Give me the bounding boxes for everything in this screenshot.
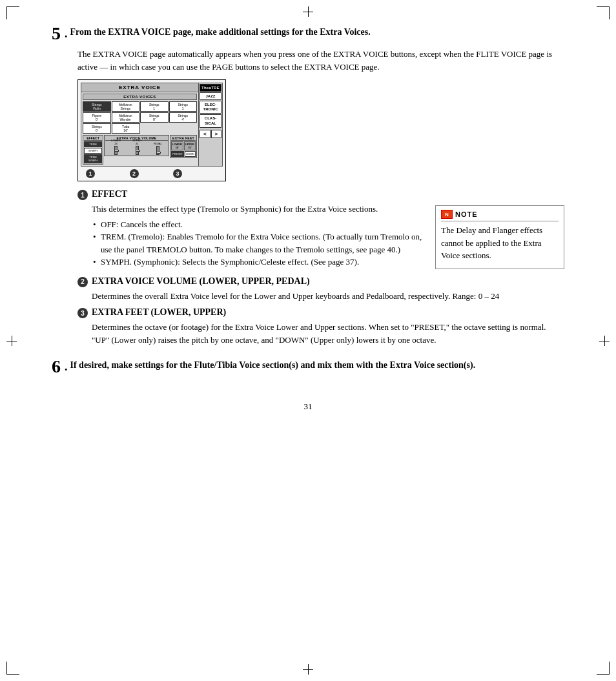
crosshair-top bbox=[303, 6, 313, 17]
section2-body-text: Determines the overall Extra Voice level… bbox=[92, 290, 564, 303]
corner-mark-br bbox=[597, 662, 610, 675]
lower-bar bbox=[114, 146, 118, 155]
section2-title: EXTRA VOICE VOLUME (LOWER, UPPER, PEDAL) bbox=[92, 276, 310, 287]
upper-thumb bbox=[136, 150, 140, 152]
section3-heading: 3 EXTRA FEET (LOWER, UPPER) bbox=[77, 307, 564, 318]
voice-btn-4: Strings1 bbox=[169, 101, 198, 112]
upper-slider: UPPER24 bbox=[132, 139, 141, 155]
effect-box: EFFECT TREM SYMPH TREMSYMPH bbox=[83, 135, 103, 165]
bullet-1: OFF: Cancels the effect. bbox=[92, 218, 564, 231]
step6-number: 6 bbox=[52, 358, 61, 376]
step5-body-text: The EXTRA VOICE page automatically appea… bbox=[77, 48, 564, 73]
voice-btn-10: Tuba16' bbox=[112, 123, 140, 134]
pedal-slider: PEDAL bbox=[154, 142, 162, 155]
panel-image: EXTRA VOICE EXTRA VOICES StringsViolin M… bbox=[77, 79, 226, 181]
voice-btn-3: Strings1 bbox=[140, 101, 169, 112]
electronic-btn[interactable]: ELEC-TRONIC bbox=[200, 101, 221, 114]
feet-lower: LOWER16' bbox=[171, 141, 183, 150]
page-number: 31 bbox=[52, 401, 564, 412]
panel-header: EXTRA VOICE bbox=[83, 85, 197, 90]
feet-preset: PRESET bbox=[171, 151, 184, 157]
voice-btn-5: Pipore0' bbox=[83, 112, 111, 123]
upper-bar bbox=[136, 146, 139, 155]
voice-btn-6: MellotronWander bbox=[112, 112, 140, 123]
feet-down: DOWN bbox=[185, 151, 196, 157]
extra-voices-label: EXTRA VOICES bbox=[83, 94, 197, 100]
effect-title: EFFECT bbox=[84, 136, 102, 141]
side-buttons: TheaTRE JAZZ ELEC-TRONIC CLAS-SICAL < > bbox=[199, 83, 222, 166]
ev-panel: EXTRA VOICE EXTRA VOICES StringsViolin M… bbox=[81, 83, 223, 167]
circle-1: 1 bbox=[86, 169, 95, 178]
section1-bullets: OFF: Cancels the effect. TREM. (Tremolo)… bbox=[92, 218, 564, 269]
pedal-bar bbox=[156, 146, 159, 155]
step6-title: If desired, make settings for the Flute/… bbox=[70, 359, 476, 372]
crosshair-bottom bbox=[303, 664, 313, 675]
step6-heading: 6. If desired, make settings for the Flu… bbox=[52, 359, 564, 376]
section2: 2 EXTRA VOICE VOLUME (LOWER, UPPER, PEDA… bbox=[77, 276, 564, 303]
step5-number: 5 bbox=[52, 25, 61, 43]
crosshair-right bbox=[599, 336, 610, 346]
section3-title: EXTRA FEET (LOWER, UPPER) bbox=[92, 307, 226, 318]
section1-number: 1 bbox=[77, 190, 88, 200]
feet-upper: UPPER16' bbox=[184, 141, 196, 150]
circle-2: 2 bbox=[130, 169, 139, 178]
section2-heading: 2 EXTRA VOICE VOLUME (LOWER, UPPER, PEDA… bbox=[77, 276, 564, 287]
effect-off: TREMSYMPH bbox=[84, 154, 102, 163]
jazz-btn[interactable]: JAZZ bbox=[200, 92, 221, 100]
classical-btn[interactable]: CLAS-SICAL bbox=[200, 114, 221, 127]
corner-mark-tl bbox=[6, 6, 19, 19]
lower-thumb bbox=[114, 150, 119, 152]
section2-number: 2 bbox=[77, 277, 88, 287]
volume-box: EXTRA VOICE VOLUME LOWER24 bbox=[104, 135, 169, 156]
pedal-label: PEDAL bbox=[154, 142, 162, 145]
section2-body: Determines the overall Extra Voice level… bbox=[92, 290, 564, 303]
effect-symph: SYMPH bbox=[84, 148, 102, 154]
pedal-thumb bbox=[156, 152, 161, 154]
feet-title: EXTRA FEET bbox=[171, 136, 196, 141]
note-label: NOTE bbox=[455, 210, 478, 218]
step5-heading: 5. From the EXTRA VOICE page, make addit… bbox=[52, 26, 564, 43]
step5-title: From the EXTRA VOICE page, make addition… bbox=[70, 26, 371, 39]
section1-body: N NOTE The Delay and Flanger effects can… bbox=[92, 203, 564, 271]
voice-btn-8: Strings4' bbox=[169, 112, 198, 123]
circle-3: 3 bbox=[173, 169, 182, 178]
voice-btn-7: Strings8' bbox=[140, 112, 169, 123]
theatre-btn[interactable]: TheaTRE bbox=[200, 84, 221, 92]
section1-title: EFFECT bbox=[92, 189, 127, 199]
lower-label: LOWER24 bbox=[111, 139, 121, 145]
voice-btn-9: Strings0' bbox=[83, 123, 111, 134]
bullet-2: TREM. (Tremolo): Enables Tremolo for the… bbox=[92, 230, 564, 256]
nav-left[interactable]: < bbox=[200, 130, 210, 138]
section3: 3 EXTRA FEET (LOWER, UPPER) Determines t… bbox=[77, 307, 564, 346]
lower-slider: LOWER24 bbox=[111, 139, 121, 155]
corner-mark-bl bbox=[6, 662, 19, 675]
section3-body: Determines the octave (or footage) for t… bbox=[92, 321, 564, 346]
nav-right[interactable]: > bbox=[211, 130, 222, 138]
bullet-3: SYMPH. (Symphonic): Selects the Symphoni… bbox=[92, 256, 564, 269]
feet-box: EXTRA FEET LOWER16' UPPER16' PRESET DOWN bbox=[170, 135, 197, 158]
voice-btn-2: MellotronStrings bbox=[112, 101, 140, 112]
section3-number: 3 bbox=[77, 308, 88, 318]
voice-btn-1: StringsViolin bbox=[83, 101, 111, 112]
upper-label: UPPER24 bbox=[132, 139, 141, 145]
corner-mark-tr bbox=[597, 6, 610, 19]
step5-body: The EXTRA VOICE page automatically appea… bbox=[77, 48, 564, 346]
effect-trem: TREM bbox=[84, 141, 102, 147]
section1: 1 EFFECT N NOTE The Delay and Flanger ef… bbox=[77, 189, 564, 271]
section3-body-text: Determines the octave (or footage) for t… bbox=[92, 321, 564, 346]
section1-heading: 1 EFFECT bbox=[77, 189, 564, 200]
crosshair-left bbox=[6, 336, 17, 346]
